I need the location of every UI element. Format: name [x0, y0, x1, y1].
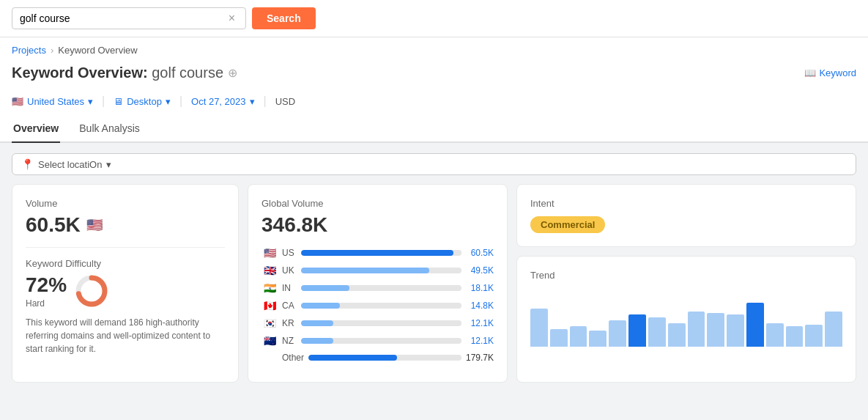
bar-value: 18.1K [466, 283, 494, 293]
bar-track [301, 320, 461, 326]
location-filter[interactable]: 🇺🇸 United States ▾ [12, 96, 93, 107]
filters-bar: 🇺🇸 United States ▾ | 🖥 Desktop ▾ | Oct 2… [0, 90, 868, 115]
device-filter[interactable]: 🖥 Desktop ▾ [114, 96, 171, 107]
location-select-dropdown[interactable]: 📍 Select locatiOn ▾ [12, 153, 856, 175]
keyword-label: golf course [152, 65, 223, 81]
main-content: 📍 Select locatiOn ▾ Volume 60.5K 🇺🇸 Keyw… [0, 143, 868, 393]
bar-track [301, 338, 461, 344]
country-bar-row: 🇮🇳 IN 18.1K [261, 282, 494, 294]
bar-track [301, 303, 461, 309]
search-box: × [12, 7, 246, 29]
top-bar: × Search [0, 0, 868, 37]
country-code: US [282, 248, 297, 258]
bar-value: 14.8K [466, 301, 494, 311]
kd-value: 72% [26, 273, 67, 297]
country-flag-icon: 🇳🇿 [261, 335, 278, 347]
bar-fill [301, 268, 429, 273]
kd-row: 72% Hard [26, 273, 225, 309]
global-volume-value: 346.8K [261, 213, 494, 237]
country-code: NZ [282, 336, 297, 346]
bar-track [301, 268, 461, 273]
trend-bar-item [530, 309, 548, 347]
filter-separator-2: | [179, 95, 182, 108]
trend-bar-item [668, 323, 686, 347]
country-bar-list: 🇺🇸 US 60.5K 🇬🇧 UK 49.5K 🇮🇳 IN [261, 247, 494, 363]
kd-donut-chart [74, 273, 109, 309]
bar-value: 49.5K [466, 265, 494, 276]
bar-track [301, 250, 461, 256]
search-button[interactable]: Search [252, 7, 316, 29]
volume-keyword-difficulty-card: Volume 60.5K 🇺🇸 Keyword Difficulty 72% H… [12, 184, 239, 383]
trend-bar-item [628, 314, 646, 347]
breadcrumb-current: Keyword Overview [58, 45, 137, 56]
breadcrumb: Projects › Keyword Overview [0, 37, 868, 60]
country-code: KR [282, 318, 297, 328]
country-flag-icon: 🇬🇧 [261, 265, 278, 276]
add-keyword-icon[interactable]: ⊕ [228, 66, 237, 80]
clear-icon[interactable]: × [229, 12, 235, 25]
bar-track [301, 285, 461, 291]
page-header: Keyword Overview: golf course ⊕ 📖 Keywor… [0, 60, 868, 90]
trend-label: Trend [530, 270, 842, 281]
country-bar-row: 🇳🇿 NZ 12.1K [261, 335, 494, 347]
bar-fill [301, 285, 349, 291]
country-code: UK [282, 265, 297, 276]
filter-separator-1: | [102, 95, 105, 108]
page-title-label: Keyword Overview: [12, 65, 148, 81]
country-flag-icon: 🇨🇦 [261, 300, 278, 312]
intent-badge: Commercial [530, 216, 605, 233]
desktop-icon: 🖥 [114, 96, 123, 107]
bar-value: 12.1K [466, 318, 494, 328]
bar-value: 179.7K [466, 353, 494, 363]
intent-card: Intent Commercial [516, 184, 856, 247]
us-flag-icon: 🇺🇸 [12, 96, 23, 107]
bar-fill [301, 303, 340, 309]
book-icon: 📖 [804, 67, 816, 78]
kd-level: Hard [26, 298, 67, 309]
country-bar-row: 🇨🇦 CA 14.8K [261, 300, 494, 312]
country-code: Other [282, 353, 304, 363]
filter-separator-3: | [264, 95, 267, 108]
trend-bar-item [786, 326, 804, 347]
bar-fill [301, 250, 453, 256]
country-flag-icon: 🇮🇳 [261, 282, 278, 294]
bar-fill [301, 320, 333, 326]
trend-card: Trend [516, 256, 856, 383]
trend-bar-item [766, 323, 784, 347]
kd-label: Keyword Difficulty [26, 258, 225, 269]
global-volume-label: Global Volume [261, 198, 494, 209]
country-code: IN [282, 283, 297, 293]
bar-fill [301, 338, 333, 344]
bar-value: 12.1K [466, 336, 494, 346]
tab-bulk-analysis[interactable]: Bulk Analysis [78, 115, 141, 143]
country-flag-icon: 🇺🇸 [261, 247, 278, 259]
keyword-link[interactable]: 📖 Keyword [804, 67, 856, 78]
card-divider [26, 247, 225, 248]
cards-row: Volume 60.5K 🇺🇸 Keyword Difficulty 72% H… [12, 184, 856, 383]
tabs: Overview Bulk Analysis [0, 115, 868, 143]
breadcrumb-projects[interactable]: Projects [12, 45, 46, 56]
country-code: CA [282, 301, 297, 311]
global-volume-card: Global Volume 346.8K 🇺🇸 US 60.5K 🇬🇧 UK 4… [248, 184, 508, 383]
chevron-down-icon-loc: ▾ [106, 159, 111, 170]
date-filter[interactable]: Oct 27, 2023 ▾ [191, 96, 254, 107]
location-pin-icon: 📍 [21, 158, 34, 170]
page-title-wrap: Keyword Overview: golf course ⊕ [12, 65, 237, 81]
country-bar-row: Other 179.7K [261, 353, 494, 363]
trend-chart [530, 288, 842, 347]
country-bar-row: 🇰🇷 KR 12.1K [261, 317, 494, 329]
trend-bar-item [727, 314, 744, 347]
search-input[interactable] [20, 12, 229, 24]
trend-bar-item [825, 312, 842, 347]
chevron-down-icon-3: ▾ [250, 96, 255, 107]
trend-bar-item [648, 317, 666, 347]
tab-overview[interactable]: Overview [12, 115, 60, 143]
trend-bar-item [609, 320, 626, 347]
chevron-down-icon: ▾ [88, 96, 93, 107]
trend-bar-item [688, 312, 705, 347]
currency-label: USD [275, 96, 295, 107]
right-column: Intent Commercial Trend [516, 184, 856, 383]
kd-description: This keyword will demand 186 high-author… [26, 316, 225, 355]
trend-bar-item [589, 331, 607, 347]
location-select-label: Select locatiOn [38, 159, 102, 170]
